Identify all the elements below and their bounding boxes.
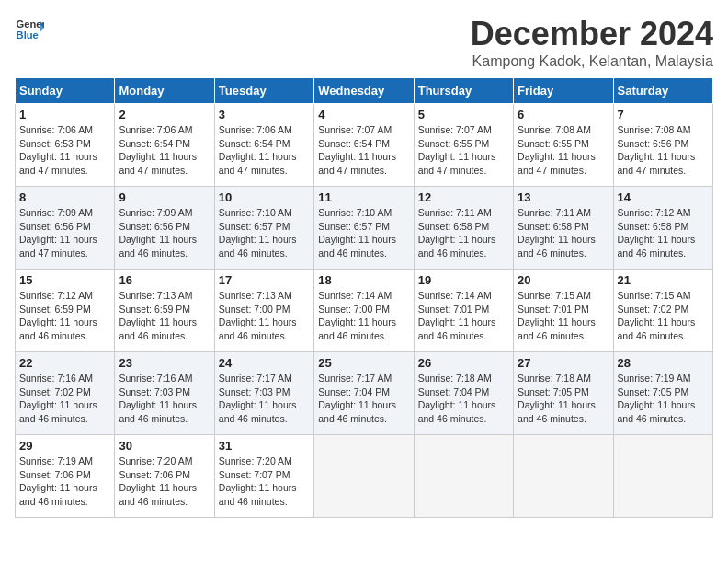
day-number: 13 [518, 190, 609, 204]
day-info: Sunrise: 7:13 AMSunset: 6:59 PMDaylight:… [119, 289, 210, 343]
day-number: 1 [19, 108, 110, 121]
day-info: Sunrise: 7:10 AMSunset: 6:57 PMDaylight:… [318, 206, 409, 260]
day-number: 4 [318, 108, 409, 121]
day-number: 3 [219, 108, 310, 121]
day-info: Sunrise: 7:07 AMSunset: 6:55 PMDaylight:… [418, 123, 509, 178]
day-number: 30 [119, 439, 210, 453]
day-number: 20 [518, 273, 609, 287]
day-info: Sunrise: 7:19 AMSunset: 7:05 PMDaylight:… [618, 372, 709, 426]
calendar-cell: 31Sunrise: 7:20 AMSunset: 7:07 PMDayligh… [214, 435, 313, 518]
calendar-cell: 14Sunrise: 7:12 AMSunset: 6:58 PMDayligh… [613, 187, 712, 270]
weekday-header-thursday: Thursday [414, 78, 513, 104]
calendar-cell: 3Sunrise: 7:06 AMSunset: 6:54 PMDaylight… [214, 104, 313, 187]
day-number: 17 [219, 273, 310, 287]
calendar-cell: 23Sunrise: 7:16 AMSunset: 7:03 PMDayligh… [115, 352, 214, 435]
day-number: 6 [518, 108, 609, 121]
calendar-cell: 2Sunrise: 7:06 AMSunset: 6:54 PMDaylight… [115, 104, 214, 187]
calendar-cell: 26Sunrise: 7:18 AMSunset: 7:04 PMDayligh… [414, 352, 513, 435]
day-info: Sunrise: 7:11 AMSunset: 6:58 PMDaylight:… [418, 206, 509, 260]
weekday-header-wednesday: Wednesday [314, 78, 414, 104]
day-info: Sunrise: 7:12 AMSunset: 6:59 PMDaylight:… [19, 289, 110, 343]
day-number: 21 [618, 273, 709, 287]
location-subtitle: Kampong Kadok, Kelantan, Malaysia [471, 53, 713, 70]
calendar-cell: 24Sunrise: 7:17 AMSunset: 7:03 PMDayligh… [214, 352, 313, 435]
day-info: Sunrise: 7:09 AMSunset: 6:56 PMDaylight:… [119, 206, 210, 260]
calendar-week-row: 8Sunrise: 7:09 AMSunset: 6:56 PMDaylight… [16, 187, 713, 270]
weekday-header-tuesday: Tuesday [214, 78, 313, 104]
day-info: Sunrise: 7:20 AMSunset: 7:07 PMDaylight:… [219, 454, 310, 509]
day-number: 18 [318, 273, 409, 287]
day-number: 19 [418, 273, 509, 287]
day-number: 24 [219, 356, 310, 370]
day-number: 9 [119, 190, 210, 204]
weekday-header-friday: Friday [514, 78, 613, 104]
month-title: December 2024 [471, 15, 713, 53]
day-info: Sunrise: 7:10 AMSunset: 6:57 PMDaylight:… [219, 206, 310, 260]
day-number: 29 [19, 439, 110, 453]
title-section: December 2024 Kampong Kadok, Kelantan, M… [471, 15, 713, 70]
calendar-cell: 5Sunrise: 7:07 AMSunset: 6:55 PMDaylight… [414, 104, 513, 187]
day-info: Sunrise: 7:14 AMSunset: 7:01 PMDaylight:… [418, 289, 509, 343]
day-number: 10 [219, 190, 310, 204]
day-number: 11 [318, 190, 409, 204]
day-number: 16 [119, 273, 210, 287]
calendar-week-row: 15Sunrise: 7:12 AMSunset: 6:59 PMDayligh… [16, 270, 713, 352]
calendar-cell: 25Sunrise: 7:17 AMSunset: 7:04 PMDayligh… [314, 352, 414, 435]
logo: General Blue [15, 15, 44, 44]
calendar-cell: 20Sunrise: 7:15 AMSunset: 7:01 PMDayligh… [514, 270, 613, 352]
day-number: 25 [318, 356, 409, 370]
day-number: 7 [618, 108, 709, 121]
day-number: 31 [219, 439, 310, 453]
day-info: Sunrise: 7:09 AMSunset: 6:56 PMDaylight:… [19, 206, 110, 260]
calendar-cell: 4Sunrise: 7:07 AMSunset: 6:54 PMDaylight… [314, 104, 414, 187]
day-info: Sunrise: 7:17 AMSunset: 7:04 PMDaylight:… [318, 372, 409, 426]
day-info: Sunrise: 7:08 AMSunset: 6:55 PMDaylight:… [518, 123, 609, 178]
day-info: Sunrise: 7:18 AMSunset: 7:05 PMDaylight:… [518, 372, 609, 426]
page-header: General Blue December 2024 Kampong Kadok… [15, 15, 713, 70]
day-number: 14 [618, 190, 709, 204]
day-info: Sunrise: 7:08 AMSunset: 6:56 PMDaylight:… [618, 123, 709, 178]
day-info: Sunrise: 7:15 AMSunset: 7:02 PMDaylight:… [618, 289, 709, 343]
day-info: Sunrise: 7:16 AMSunset: 7:02 PMDaylight:… [19, 372, 110, 426]
calendar-week-row: 1Sunrise: 7:06 AMSunset: 6:53 PMDaylight… [16, 104, 713, 187]
day-info: Sunrise: 7:15 AMSunset: 7:01 PMDaylight:… [518, 289, 609, 343]
day-info: Sunrise: 7:18 AMSunset: 7:04 PMDaylight:… [418, 372, 509, 426]
day-number: 23 [119, 356, 210, 370]
calendar-cell: 15Sunrise: 7:12 AMSunset: 6:59 PMDayligh… [16, 270, 115, 352]
calendar-cell: 27Sunrise: 7:18 AMSunset: 7:05 PMDayligh… [514, 352, 613, 435]
day-number: 27 [518, 356, 609, 370]
weekday-header-sunday: Sunday [16, 78, 115, 104]
calendar-cell: 11Sunrise: 7:10 AMSunset: 6:57 PMDayligh… [314, 187, 414, 270]
day-info: Sunrise: 7:11 AMSunset: 6:58 PMDaylight:… [518, 206, 609, 260]
day-number: 26 [418, 356, 509, 370]
calendar-cell: 6Sunrise: 7:08 AMSunset: 6:55 PMDaylight… [514, 104, 613, 187]
weekday-header-saturday: Saturday [613, 78, 712, 104]
day-info: Sunrise: 7:14 AMSunset: 7:00 PMDaylight:… [318, 289, 409, 343]
calendar-cell: 16Sunrise: 7:13 AMSunset: 6:59 PMDayligh… [115, 270, 214, 352]
calendar-cell [314, 435, 414, 518]
calendar-cell: 7Sunrise: 7:08 AMSunset: 6:56 PMDaylight… [613, 104, 712, 187]
calendar-cell: 13Sunrise: 7:11 AMSunset: 6:58 PMDayligh… [514, 187, 613, 270]
day-info: Sunrise: 7:19 AMSunset: 7:06 PMDaylight:… [19, 454, 110, 509]
day-info: Sunrise: 7:07 AMSunset: 6:54 PMDaylight:… [318, 123, 409, 178]
calendar-cell: 17Sunrise: 7:13 AMSunset: 7:00 PMDayligh… [214, 270, 313, 352]
calendar-cell: 9Sunrise: 7:09 AMSunset: 6:56 PMDaylight… [115, 187, 214, 270]
day-info: Sunrise: 7:06 AMSunset: 6:53 PMDaylight:… [19, 123, 110, 178]
calendar-cell: 29Sunrise: 7:19 AMSunset: 7:06 PMDayligh… [16, 435, 115, 518]
calendar-cell: 30Sunrise: 7:20 AMSunset: 7:06 PMDayligh… [115, 435, 214, 518]
calendar-cell: 10Sunrise: 7:10 AMSunset: 6:57 PMDayligh… [214, 187, 313, 270]
calendar-week-row: 29Sunrise: 7:19 AMSunset: 7:06 PMDayligh… [16, 435, 713, 518]
weekday-header-monday: Monday [115, 78, 214, 104]
day-number: 15 [19, 273, 110, 287]
calendar-cell: 22Sunrise: 7:16 AMSunset: 7:02 PMDayligh… [16, 352, 115, 435]
day-info: Sunrise: 7:06 AMSunset: 6:54 PMDaylight:… [219, 123, 310, 178]
day-info: Sunrise: 7:16 AMSunset: 7:03 PMDaylight:… [119, 372, 210, 426]
calendar-cell: 8Sunrise: 7:09 AMSunset: 6:56 PMDaylight… [16, 187, 115, 270]
day-number: 22 [19, 356, 110, 370]
calendar-cell [414, 435, 513, 518]
weekday-header-row: SundayMondayTuesdayWednesdayThursdayFrid… [16, 78, 713, 104]
calendar-cell [613, 435, 712, 518]
day-number: 2 [119, 108, 210, 121]
day-number: 5 [418, 108, 509, 121]
svg-text:Blue: Blue [17, 29, 39, 40]
